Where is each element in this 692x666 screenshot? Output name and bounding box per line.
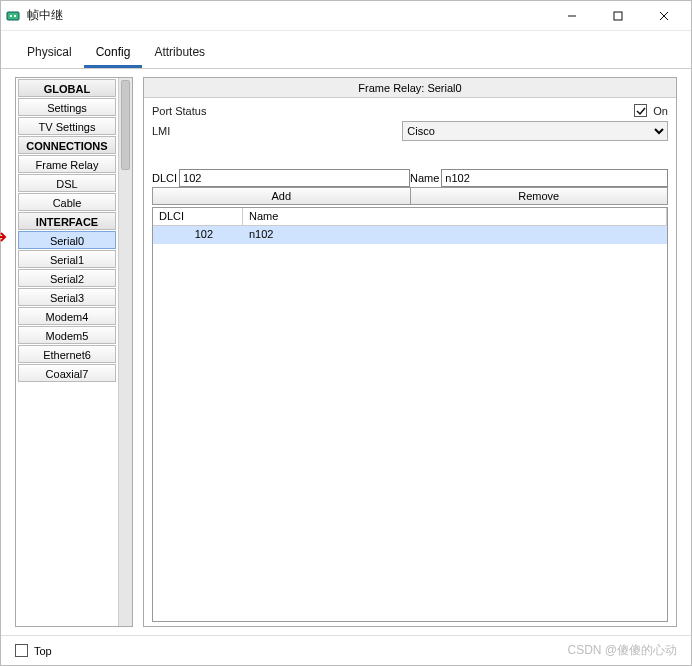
sidebar-item[interactable]: Frame Relay [18,155,116,173]
svg-rect-1 [10,15,12,17]
sidebar-item[interactable]: Ethernet6 [18,345,116,363]
close-button[interactable] [641,1,687,31]
add-remove-row: Add Remove [152,187,668,205]
sidebar: GLOBALSettingsTV SettingsCONNECTIONSFram… [15,77,133,627]
panel-title: Frame Relay: Serial0 [144,78,676,98]
watermark: CSDN @傻傻的心动 [567,642,677,659]
sidebar-item[interactable]: Serial0 [18,231,116,249]
table-body: 102n102 [153,226,667,244]
port-status-row: Port Status On [152,104,668,117]
sidebar-item[interactable]: Serial1 [18,250,116,268]
sidebar-scroll-thumb[interactable] [121,80,130,170]
dlci-input[interactable] [179,169,410,187]
name-input-label: Name [410,172,439,184]
tab-physical[interactable]: Physical [15,41,84,68]
dlci-name-inputs: DLCI Name [152,169,668,187]
port-status-label: Port Status [152,105,232,117]
cell-dlci: 102 [153,226,243,244]
maximize-button[interactable] [595,1,641,31]
col-dlci[interactable]: DLCI [153,208,243,226]
sidebar-item[interactable]: Modem5 [18,326,116,344]
footer: Top CSDN @傻傻的心动 [1,635,691,665]
port-status-value: On [653,105,668,117]
sidebar-item[interactable]: Cable [18,193,116,211]
window-buttons [549,1,687,31]
remove-button[interactable]: Remove [411,187,669,205]
lmi-row: LMI Cisco [152,121,668,141]
svg-rect-4 [614,12,622,20]
panel-body: Port Status On LMI Cisco DLC [144,98,676,626]
sidebar-header: CONNECTIONS [18,136,116,154]
dlci-table: DLCI Name 102n102 [152,207,668,622]
sidebar-scrollbar[interactable] [118,78,132,626]
app-icon [5,8,21,24]
sidebar-header: GLOBAL [18,79,116,97]
minimize-button[interactable] [549,1,595,31]
sidebar-item[interactable]: Settings [18,98,116,116]
sidebar-item[interactable]: Serial3 [18,288,116,306]
top-checkbox[interactable] [15,644,28,657]
config-panel: Frame Relay: Serial0 Port Status On LMI … [143,77,677,627]
body: GLOBALSettingsTV SettingsCONNECTIONSFram… [1,69,691,635]
svg-rect-2 [14,15,16,17]
tab-attributes[interactable]: Attributes [142,41,217,68]
titlebar: 帧中继 [1,1,691,31]
table-header: DLCI Name [153,208,667,226]
top-label: Top [34,645,52,657]
tab-config[interactable]: Config [84,41,143,68]
sidebar-item[interactable]: DSL [18,174,116,192]
sidebar-header: INTERFACE [18,212,116,230]
sidebar-item[interactable]: Modem4 [18,307,116,325]
sidebar-item[interactable]: TV Settings [18,117,116,135]
tab-bar: Physical Config Attributes [1,31,691,69]
lmi-label: LMI [152,125,232,137]
annotation-arrow [0,232,11,242]
svg-rect-0 [7,12,19,20]
sidebar-list: GLOBALSettingsTV SettingsCONNECTIONSFram… [16,78,118,626]
table-row[interactable]: 102n102 [153,226,667,244]
window-title: 帧中继 [27,7,549,24]
app-window: 帧中继 Physical Config Attributes GLOBALSet… [0,0,692,666]
add-button[interactable]: Add [152,187,411,205]
sidebar-item[interactable]: Serial2 [18,269,116,287]
dlci-input-label: DLCI [152,172,177,184]
lmi-select[interactable]: Cisco [402,121,668,141]
col-name[interactable]: Name [243,208,667,226]
name-input[interactable] [441,169,668,187]
port-status-checkbox[interactable] [634,104,647,117]
cell-name: n102 [243,226,667,244]
sidebar-item[interactable]: Coaxial7 [18,364,116,382]
